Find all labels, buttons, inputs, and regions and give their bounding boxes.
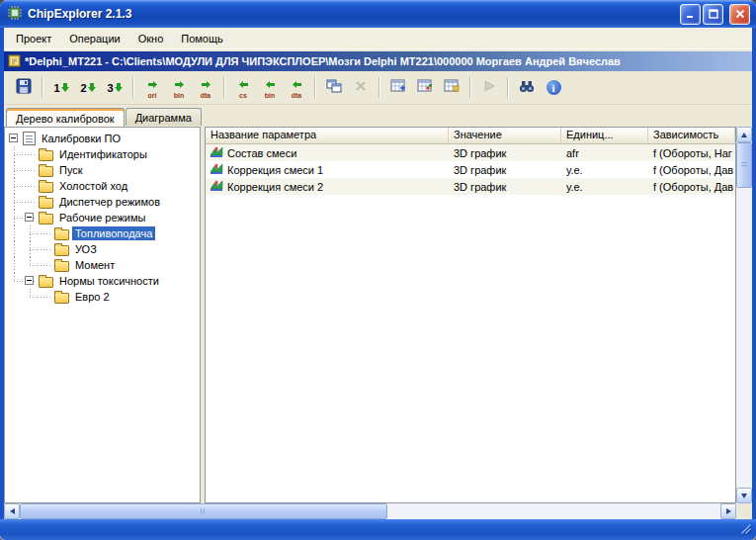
import-ori-button[interactable]: ori (139, 75, 165, 100)
maximize-button[interactable] (703, 4, 723, 25)
folder-icon (39, 182, 53, 193)
column-header-value[interactable]: Значение (449, 128, 561, 144)
export-dta-button[interactable]: dta (284, 75, 309, 100)
tree-item[interactable]: Рабочие режимы (6, 210, 199, 225)
toolbar-separator (223, 77, 225, 98)
tree-item[interactable]: Момент (6, 257, 199, 273)
horizontal-scroll-track[interactable] (20, 503, 720, 519)
app-icon (7, 5, 23, 23)
load-slot-3-button[interactable]: 3 (102, 75, 127, 100)
column-header-name[interactable]: Название параметра (206, 128, 449, 144)
tree-item[interactable]: Диспетчер режимов (6, 194, 199, 210)
close-button[interactable] (729, 4, 750, 25)
collapse-icon[interactable] (25, 276, 34, 285)
tree-item[interactable]: Евро 2 (6, 289, 199, 305)
table-row[interactable]: Коррекция смеси 2 3D график у.е. f (Обор… (206, 178, 735, 195)
vertical-scroll-thumb[interactable] (736, 142, 752, 188)
collapse-icon[interactable] (25, 213, 34, 222)
delete-button[interactable] (348, 75, 374, 100)
window-title: ChipExplorer 2.1.3 (28, 7, 680, 21)
folder-icon (54, 293, 69, 304)
toolbar: 1 2 3 ori bin dta cs bin dta i (4, 71, 752, 105)
folder-icon (54, 229, 69, 240)
folder-icon (39, 150, 53, 161)
import-bin-button[interactable]: bin (166, 75, 192, 100)
chart-3d-icon (210, 163, 223, 177)
bottom-frame (0, 519, 756, 540)
load-slot-1-button[interactable]: 1 (48, 75, 74, 100)
green-arrow-icon (266, 76, 275, 91)
tree-item[interactable]: Пуск (6, 162, 199, 178)
column-header-dependency[interactable]: Зависимость (648, 128, 735, 144)
menu-window[interactable]: Окно (129, 30, 173, 47)
tree-item-root[interactable]: Калибровки ПО (6, 131, 199, 146)
scroll-up-button[interactable] (736, 127, 752, 142)
compare-tables-button[interactable] (412, 75, 438, 100)
green-arrow-icon (202, 76, 210, 91)
toolbar-separator (469, 77, 471, 98)
document-icon (8, 54, 21, 69)
scroll-down-button[interactable] (736, 488, 752, 503)
search-button[interactable] (514, 75, 540, 100)
menu-operations[interactable]: Операции (60, 30, 128, 47)
tab-calibration-tree[interactable]: Дерево калибровок (6, 108, 125, 127)
table-row[interactable]: Состав смеси 3D график afr f (Обороты, Н… (206, 144, 735, 161)
title-bar[interactable]: ChipExplorer 2.1.3 (0, 0, 756, 28)
table-grid-icon (444, 79, 460, 96)
table-report-button[interactable] (439, 75, 464, 100)
tab-diagram[interactable]: Диаграмма (126, 108, 202, 126)
windows-icon (326, 79, 342, 96)
green-arrow-icon (61, 80, 69, 95)
info-icon: i (546, 80, 561, 95)
export-cs-button[interactable]: cs (230, 75, 256, 100)
notebook-icon (23, 132, 36, 145)
green-arrow-icon (88, 80, 96, 95)
folder-icon (54, 261, 69, 272)
folder-icon (39, 198, 53, 209)
toolbar-separator (378, 77, 380, 98)
run-button[interactable] (476, 75, 502, 100)
menu-help[interactable]: Помощь (172, 30, 232, 47)
horizontal-scrollbar[interactable] (4, 503, 752, 519)
table-row[interactable]: Коррекция смеси 1 3D график у.е. f (Обор… (206, 161, 735, 178)
tree-item[interactable]: Холостой ход (6, 178, 199, 194)
green-arrow-icon (148, 76, 157, 91)
about-button[interactable]: i (541, 75, 566, 100)
minimize-button[interactable] (680, 4, 701, 25)
delete-x-icon (355, 80, 367, 95)
binoculars-icon (519, 80, 535, 96)
table-grid-icon (390, 79, 406, 96)
arrow-left-icon (10, 508, 15, 514)
tree-item[interactable]: УОЗ (6, 241, 199, 257)
play-triangle-icon (483, 80, 495, 95)
horizontal-scroll-thumb[interactable] (20, 503, 387, 519)
tree-item[interactable]: Идентификаторы (6, 146, 199, 162)
tree-item-selected[interactable]: Топливоподача (6, 225, 199, 241)
table-header: Название параметра Значение Единиц... За… (206, 128, 735, 144)
compare-windows-button[interactable] (321, 75, 347, 100)
load-slot-2-button[interactable]: 2 (75, 75, 101, 100)
scroll-left-button[interactable] (4, 503, 20, 519)
collapse-icon[interactable] (9, 134, 18, 142)
vertical-scroll-track[interactable] (736, 142, 752, 488)
resize-grip-icon[interactable] (738, 521, 753, 538)
tab-strip: Дерево калибровок Диаграмма (4, 105, 752, 127)
menu-project[interactable]: Проект (7, 30, 60, 47)
column-header-units[interactable]: Единиц... (561, 128, 648, 144)
vertical-scrollbar[interactable] (736, 127, 752, 503)
green-arrow-icon (293, 76, 301, 91)
open-table-button[interactable] (385, 75, 411, 100)
document-title: *Delphi_MT221 - C:\Clients\МОДУЛИ ДЛЯ ЧИ… (25, 55, 621, 67)
scrollbar-corner (736, 503, 752, 519)
scroll-right-button[interactable] (720, 503, 736, 519)
document-title-bar[interactable]: *Delphi_MT221 - C:\Clients\МОДУЛИ ДЛЯ ЧИ… (4, 51, 752, 71)
save-button[interactable] (11, 75, 37, 100)
folder-icon (54, 245, 69, 256)
green-arrow-icon (175, 76, 184, 91)
export-bin-button[interactable]: bin (257, 75, 283, 100)
import-dta-button[interactable]: dta (193, 75, 218, 100)
arrow-down-icon (741, 494, 747, 498)
arrow-up-icon (741, 133, 747, 137)
tree-item[interactable]: Нормы токсичности (6, 273, 199, 289)
save-icon (16, 78, 32, 97)
